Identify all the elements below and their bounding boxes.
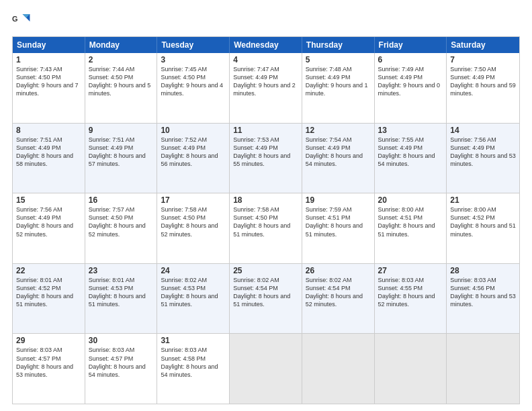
day-number: 24: [161, 266, 226, 275]
daylight-label: Daylight: 8 hours and 51 minutes.: [89, 293, 146, 308]
day-info: Sunrise: 7:59 AM Sunset: 4:51 PM Dayligh…: [306, 205, 371, 238]
daylight-label: Daylight: 8 hours and 52 minutes.: [306, 293, 363, 308]
day-info: Sunrise: 8:00 AM Sunset: 4:52 PM Dayligh…: [450, 205, 516, 238]
calendar-header-day: Saturday: [447, 37, 519, 53]
calendar-cell: [302, 334, 375, 404]
day-info: Sunrise: 7:43 AM Sunset: 4:50 PM Dayligh…: [16, 65, 81, 98]
daylight-label: Daylight: 8 hours and 51 minutes.: [233, 222, 290, 237]
calendar-cell: [447, 334, 519, 404]
day-number: 25: [233, 266, 298, 275]
sunrise-label: Sunrise: 8:01 AM: [89, 277, 135, 283]
sunset-label: Sunset: 4:51 PM: [378, 214, 423, 221]
day-number: 10: [161, 126, 226, 135]
sunrise-label: Sunrise: 8:01 AM: [16, 277, 62, 283]
daylight-label: Daylight: 9 hours and 0 minutes.: [378, 82, 441, 97]
day-number: 23: [89, 266, 154, 275]
day-info: Sunrise: 7:51 AM Sunset: 4:49 PM Dayligh…: [16, 136, 81, 169]
day-info: Sunrise: 7:54 AM Sunset: 4:49 PM Dayligh…: [306, 136, 371, 169]
calendar-cell: 22 Sunrise: 8:01 AM Sunset: 4:52 PM Dayl…: [13, 264, 85, 334]
daylight-label: Daylight: 8 hours and 51 minutes.: [450, 222, 516, 237]
svg-text:G: G: [12, 15, 17, 23]
day-info: Sunrise: 8:00 AM Sunset: 4:51 PM Dayligh…: [378, 205, 443, 238]
sunset-label: Sunset: 4:49 PM: [306, 144, 351, 151]
day-info: Sunrise: 8:01 AM Sunset: 4:53 PM Dayligh…: [89, 276, 154, 309]
day-info: Sunrise: 7:58 AM Sunset: 4:50 PM Dayligh…: [233, 205, 298, 238]
calendar-cell: 15 Sunrise: 7:56 AM Sunset: 4:49 PM Dayl…: [13, 193, 85, 263]
logo: G: [12, 12, 34, 31]
calendar-cell: 25 Sunrise: 8:02 AM Sunset: 4:54 PM Dayl…: [230, 264, 302, 334]
calendar-week-row: 8 Sunrise: 7:51 AM Sunset: 4:49 PM Dayli…: [13, 123, 519, 193]
day-info: Sunrise: 8:03 AM Sunset: 4:57 PM Dayligh…: [89, 346, 154, 379]
sunset-label: Sunset: 4:49 PM: [450, 74, 495, 81]
calendar: SundayMondayTuesdayWednesdayThursdayFrid…: [12, 36, 520, 404]
sunrise-label: Sunrise: 7:47 AM: [233, 66, 279, 73]
calendar-header-day: Friday: [375, 37, 447, 53]
calendar-week-row: 1 Sunrise: 7:43 AM Sunset: 4:50 PM Dayli…: [13, 53, 519, 123]
day-number: 7: [450, 55, 516, 64]
day-info: Sunrise: 8:02 AM Sunset: 4:53 PM Dayligh…: [161, 276, 226, 309]
sunrise-label: Sunrise: 7:56 AM: [16, 206, 62, 213]
day-info: Sunrise: 7:55 AM Sunset: 4:49 PM Dayligh…: [378, 136, 443, 169]
day-info: Sunrise: 7:44 AM Sunset: 4:50 PM Dayligh…: [89, 65, 154, 98]
sunset-label: Sunset: 4:49 PM: [450, 144, 495, 151]
sunrise-label: Sunrise: 8:02 AM: [161, 277, 207, 283]
day-info: Sunrise: 8:01 AM Sunset: 4:52 PM Dayligh…: [16, 276, 81, 309]
day-info: Sunrise: 7:52 AM Sunset: 4:49 PM Dayligh…: [161, 136, 226, 169]
calendar-cell: 17 Sunrise: 7:58 AM Sunset: 4:50 PM Dayl…: [157, 193, 230, 263]
calendar-header-day: Monday: [85, 37, 158, 53]
sunset-label: Sunset: 4:50 PM: [89, 214, 134, 221]
calendar-cell: 12 Sunrise: 7:54 AM Sunset: 4:49 PM Dayl…: [302, 124, 375, 193]
sunrise-label: Sunrise: 8:02 AM: [306, 277, 352, 283]
sunrise-label: Sunrise: 7:53 AM: [233, 136, 279, 143]
day-number: 19: [306, 195, 371, 205]
calendar-cell: [375, 334, 447, 404]
day-info: Sunrise: 7:58 AM Sunset: 4:50 PM Dayligh…: [161, 205, 226, 238]
daylight-label: Daylight: 8 hours and 52 minutes.: [89, 222, 146, 237]
sunset-label: Sunset: 4:49 PM: [16, 214, 61, 221]
day-info: Sunrise: 7:51 AM Sunset: 4:49 PM Dayligh…: [89, 136, 154, 169]
calendar-cell: 20 Sunrise: 8:00 AM Sunset: 4:51 PM Dayl…: [375, 193, 447, 263]
daylight-label: Daylight: 8 hours and 51 minutes.: [306, 222, 363, 237]
calendar-cell: 29 Sunrise: 8:03 AM Sunset: 4:57 PM Dayl…: [13, 334, 85, 404]
day-info: Sunrise: 7:45 AM Sunset: 4:50 PM Dayligh…: [161, 65, 226, 98]
daylight-label: Daylight: 9 hours and 4 minutes.: [161, 82, 223, 97]
daylight-label: Daylight: 9 hours and 7 minutes.: [16, 82, 79, 97]
sunrise-label: Sunrise: 7:50 AM: [450, 66, 496, 73]
calendar-cell: 31 Sunrise: 8:03 AM Sunset: 4:58 PM Dayl…: [157, 334, 230, 404]
calendar-cell: 19 Sunrise: 7:59 AM Sunset: 4:51 PM Dayl…: [302, 193, 375, 263]
sunset-label: Sunset: 4:56 PM: [450, 285, 495, 291]
sunrise-label: Sunrise: 8:00 AM: [378, 206, 425, 213]
sunset-label: Sunset: 4:57 PM: [89, 355, 134, 362]
day-info: Sunrise: 7:56 AM Sunset: 4:49 PM Dayligh…: [16, 205, 81, 238]
day-info: Sunrise: 8:03 AM Sunset: 4:56 PM Dayligh…: [450, 276, 516, 309]
day-info: Sunrise: 8:02 AM Sunset: 4:54 PM Dayligh…: [306, 276, 371, 309]
sunset-label: Sunset: 4:49 PM: [306, 74, 351, 81]
calendar-header-day: Wednesday: [230, 37, 302, 53]
sunrise-label: Sunrise: 7:45 AM: [161, 66, 207, 73]
calendar-cell: 10 Sunrise: 7:52 AM Sunset: 4:49 PM Dayl…: [157, 124, 230, 193]
daylight-label: Daylight: 9 hours and 5 minutes.: [89, 82, 151, 97]
day-number: 17: [161, 195, 226, 205]
sunset-label: Sunset: 4:54 PM: [233, 285, 278, 291]
calendar-cell: 27 Sunrise: 8:03 AM Sunset: 4:55 PM Dayl…: [375, 264, 447, 334]
day-number: 13: [378, 126, 443, 135]
calendar-cell: 1 Sunrise: 7:43 AM Sunset: 4:50 PM Dayli…: [13, 53, 85, 123]
day-number: 18: [233, 195, 298, 205]
calendar-cell: 8 Sunrise: 7:51 AM Sunset: 4:49 PM Dayli…: [13, 124, 85, 193]
calendar-cell: 2 Sunrise: 7:44 AM Sunset: 4:50 PM Dayli…: [85, 53, 158, 123]
calendar-cell: 11 Sunrise: 7:53 AM Sunset: 4:49 PM Dayl…: [230, 124, 302, 193]
sunset-label: Sunset: 4:50 PM: [89, 74, 134, 81]
daylight-label: Daylight: 8 hours and 53 minutes.: [16, 363, 73, 378]
daylight-label: Daylight: 8 hours and 51 minutes.: [233, 293, 290, 308]
calendar-cell: 26 Sunrise: 8:02 AM Sunset: 4:54 PM Dayl…: [302, 264, 375, 334]
daylight-label: Daylight: 8 hours and 51 minutes.: [161, 293, 218, 308]
sunset-label: Sunset: 4:52 PM: [16, 285, 61, 291]
sunset-label: Sunset: 4:49 PM: [16, 144, 61, 151]
sunset-label: Sunset: 4:57 PM: [16, 355, 61, 362]
day-info: Sunrise: 7:49 AM Sunset: 4:49 PM Dayligh…: [378, 65, 443, 98]
sunset-label: Sunset: 4:49 PM: [89, 144, 134, 151]
sunrise-label: Sunrise: 7:43 AM: [16, 66, 62, 73]
day-number: 9: [89, 126, 154, 135]
calendar-cell: 21 Sunrise: 8:00 AM Sunset: 4:52 PM Dayl…: [447, 193, 519, 263]
daylight-label: Daylight: 8 hours and 54 minutes.: [306, 152, 363, 167]
